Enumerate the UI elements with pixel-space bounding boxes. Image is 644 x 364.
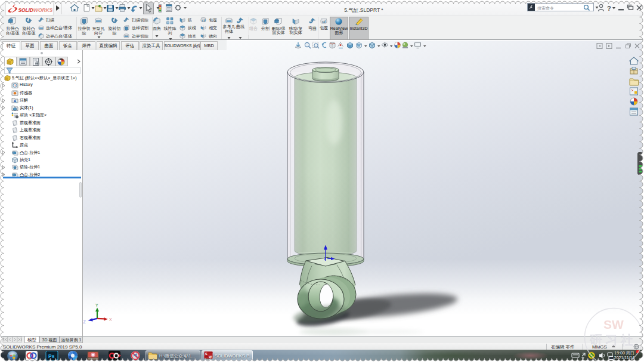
svg-text:Z: Z — [83, 320, 86, 324]
svg-text:Ps: Ps — [48, 353, 55, 359]
svg-text:Y: Y — [95, 303, 98, 307]
svg-text:SW: SW — [603, 317, 624, 331]
svg-text:W: W — [209, 355, 212, 359]
svg-text:S: S — [205, 352, 208, 356]
svg-text:X: X — [109, 317, 112, 322]
svg-text:研习社: 研习社 — [590, 333, 636, 347]
svg-text:2019: 2019 — [206, 358, 210, 360]
